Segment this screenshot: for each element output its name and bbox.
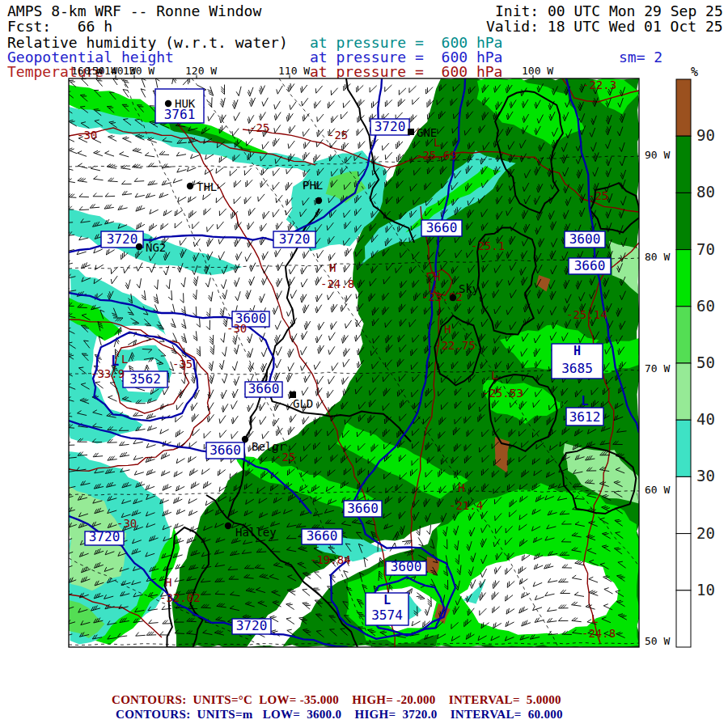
temperature-label: -30 (116, 517, 137, 530)
temperature-label: -30 (77, 129, 97, 142)
height-contour-label: 3600 (565, 231, 605, 248)
svg-text:3720: 3720 (375, 119, 406, 134)
contour-info-temp: CONTOURS: UNITS=°C LOW= -35.000 HIGH= -2… (112, 693, 561, 707)
top-axis-label: 130 W (123, 65, 154, 77)
colorbar-tick-label: 10 (696, 581, 715, 599)
map-canvas: 3761372037203720360036603562366036603600… (0, 0, 728, 728)
station-label: PHL (303, 179, 323, 192)
svg-text:3720: 3720 (279, 231, 311, 247)
temperature-label: H (458, 481, 464, 494)
height-contour-label: 3660 (569, 258, 611, 274)
svg-text:3720: 3720 (236, 618, 268, 633)
station-label: HUK (175, 97, 196, 110)
temperature-label: -25.1 (471, 239, 505, 252)
colorbar-segment (676, 420, 691, 476)
top-axis-label: 100 W (522, 65, 553, 77)
station-label: NG2 (146, 241, 166, 254)
colorbar-segment (676, 136, 691, 193)
right-axis-label: 80 W (645, 251, 670, 263)
top-axis-label: 110 W (278, 65, 310, 77)
temperature-label: H (165, 576, 171, 589)
colorbar-unit: % (691, 65, 698, 79)
colorbar-segment (676, 534, 691, 590)
colorbar-tick-label: 20 (696, 524, 715, 542)
svg-text:L: L (383, 593, 391, 607)
colorbar-tick-label: 70 (696, 240, 715, 258)
temperature-label: H (329, 261, 336, 274)
right-axis-label: 60 W (645, 484, 670, 496)
svg-text:3660: 3660 (347, 501, 379, 516)
height-contour-label: H3685 (552, 344, 603, 379)
temperature-label: L (591, 612, 598, 625)
weather-plot-page: AMPS 8-km WRF -- Ronne Window Init: 00 U… (0, 0, 728, 728)
temperature-label: -25.53 (482, 387, 523, 400)
colorbar-segment (676, 476, 691, 533)
svg-text:3600: 3600 (391, 559, 422, 574)
svg-text:3574: 3574 (371, 607, 403, 623)
temperature-label: L (491, 369, 497, 382)
svg-text:L: L (581, 394, 588, 408)
height-contour-label: L3574 (366, 593, 408, 625)
svg-text:3660: 3660 (574, 258, 606, 273)
temperature-label: -24.8 (320, 277, 354, 290)
height-contour-label: 3600 (386, 559, 426, 575)
colorbar-tick-label: 50 (696, 353, 715, 371)
right-axis-label: 90 W (645, 149, 670, 161)
height-contour-label: 3660 (206, 442, 244, 459)
temperature-label: -25.69 (416, 149, 457, 162)
contour-info-height: CONTOURS: UNITS=m LOW= 3600.0 HIGH= 3720… (116, 708, 563, 722)
colorbar-segment (676, 250, 691, 307)
svg-text:3720: 3720 (89, 529, 121, 544)
top-axis-label: 120 W (185, 65, 217, 77)
temperature-label: -25 (588, 189, 608, 202)
height-contour-label: 3660 (421, 220, 462, 236)
station-label: THL (197, 180, 217, 193)
temperature-label: H (444, 323, 451, 336)
height-contour-label: 3660 (344, 501, 382, 517)
right-axis-label: 50 W (645, 635, 670, 647)
height-contour-label: 3562 (123, 371, 167, 387)
temperature-label: -25 (328, 129, 348, 142)
temperature-label: -35 (172, 358, 193, 370)
colorbar: %908070605040302010 (676, 65, 715, 647)
svg-text:3720: 3720 (107, 231, 138, 247)
height-extreme-letter: L (111, 353, 119, 369)
colorbar-tick-label: 60 (696, 297, 715, 315)
svg-text:3612: 3612 (569, 409, 601, 425)
temperature-label: -19.84 (310, 553, 351, 566)
temperature-label: -22.75 (434, 339, 476, 352)
svg-text:3600: 3600 (569, 231, 601, 247)
colorbar-tick-label: 40 (696, 410, 715, 428)
colorbar-segment (676, 193, 691, 249)
height-contour-label: 3720 (273, 231, 315, 248)
svg-text:3562: 3562 (129, 371, 161, 387)
svg-text:3660: 3660 (307, 528, 338, 544)
svg-text:3685: 3685 (561, 361, 593, 376)
height-contour-label: 3720 (370, 119, 409, 135)
height-contour-label: 3660 (302, 528, 342, 544)
station-label: Halley (235, 526, 277, 539)
colorbar-tick-label: 90 (696, 126, 715, 144)
svg-text:3660: 3660 (210, 442, 241, 458)
colorbar-tick-label: 30 (696, 467, 715, 485)
colorbar-segment (676, 590, 691, 647)
colorbar-tick-label: 80 (696, 183, 715, 201)
station-label: GNE (417, 126, 437, 139)
temperature-label: -32.02 (159, 591, 201, 604)
height-contour-label: 3720 (85, 529, 124, 545)
temperature-label: -25 (249, 121, 269, 134)
temperature-label: H (434, 270, 440, 283)
right-axis-label: 70 W (645, 362, 670, 375)
temperature-label: L (121, 353, 128, 366)
height-contour-label: 3660 (245, 381, 282, 397)
temperature-label: -25.14 (566, 308, 607, 321)
station-label: GLD (293, 397, 313, 410)
temperature-label: -33.9 (91, 367, 125, 380)
station-label: Sky (459, 282, 479, 295)
map-area: 3761372037203720360036603562366036603600… (62, 74, 641, 650)
temperature-label: -30 (226, 322, 247, 335)
temperature-label: -21.4 (449, 499, 483, 512)
station-label: Belgr (252, 440, 286, 453)
colorbar-segment (676, 363, 691, 420)
temperature-label: -24.8 (582, 627, 616, 640)
